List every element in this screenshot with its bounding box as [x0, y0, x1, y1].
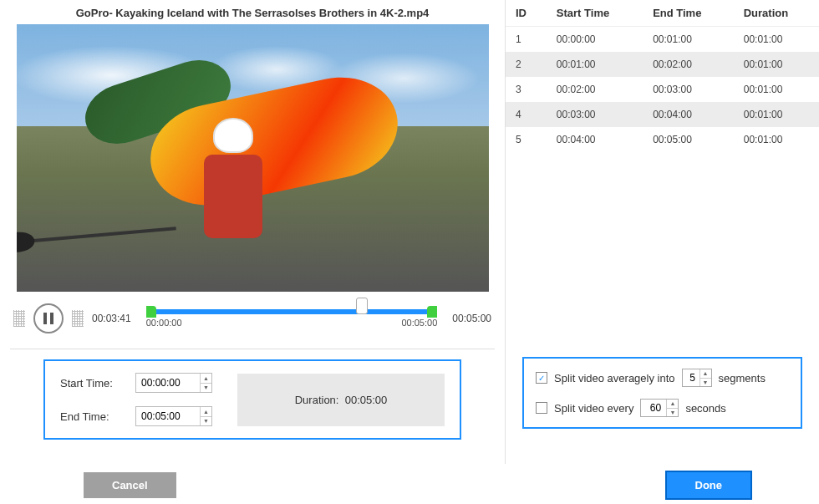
total-time: 00:05:00 — [452, 313, 491, 324]
split-every-prefix: Split video every — [554, 402, 633, 415]
playhead-thumb[interactable] — [356, 298, 368, 314]
done-button[interactable]: Done — [665, 471, 753, 500]
range-end-marker[interactable] — [427, 306, 437, 318]
cancel-button[interactable]: Cancel — [84, 472, 176, 498]
table-row[interactable]: 500:04:0000:05:0000:01:00 — [506, 127, 819, 152]
play-pause-button[interactable] — [33, 303, 64, 333]
table-row[interactable]: 300:02:0000:03:0000:01:00 — [506, 77, 819, 102]
split-every-checkbox[interactable] — [536, 402, 547, 414]
divider — [10, 349, 495, 349]
split-every-suffix: seconds — [685, 402, 725, 415]
range-start-marker[interactable] — [146, 306, 156, 318]
split-options-box: ✓ Split video averagely into ▲▼ segments… — [522, 357, 802, 429]
table-row[interactable]: 200:01:0000:02:0000:01:00 — [506, 52, 819, 77]
end-time-label: End Time: — [60, 410, 127, 423]
end-time-stepper[interactable]: ▲▼ — [200, 407, 211, 425]
current-time: 00:03:41 — [92, 313, 131, 324]
col-duration[interactable]: Duration — [734, 0, 819, 27]
table-row[interactable]: 400:03:0000:04:0000:01:00 — [506, 102, 819, 127]
range-end-label: 00:05:00 — [401, 318, 437, 328]
pause-icon — [43, 313, 53, 324]
col-start[interactable]: Start Time — [547, 0, 643, 27]
start-time-label: Start Time: — [60, 377, 127, 389]
split-average-stepper[interactable]: ▲▼ — [699, 369, 711, 386]
time-range-box: Start Time: ▲▼ End Time: ▲▼ Duration: 00… — [43, 359, 461, 440]
video-preview[interactable] — [17, 24, 489, 292]
segments-table: ID Start Time End Time Duration 100:00:0… — [506, 0, 819, 152]
table-row[interactable]: 100:00:0000:01:0000:01:00 — [506, 27, 819, 53]
right-panel: ID Start Time End Time Duration 100:00:0… — [506, 0, 819, 464]
duration-display: Duration: 00:05:00 — [237, 374, 445, 426]
timeline[interactable]: 00:00:00 00:05:00 — [146, 309, 438, 328]
drag-grip-icon[interactable] — [13, 310, 25, 327]
drag-grip-icon[interactable] — [72, 310, 84, 327]
split-average-prefix: Split video averagely into — [554, 372, 675, 384]
left-panel: GoPro- Kayaking Iceland with The Serraso… — [0, 0, 506, 464]
video-title: GoPro- Kayaking Iceland with The Serraso… — [10, 7, 495, 19]
col-end[interactable]: End Time — [643, 0, 734, 27]
start-time-stepper[interactable]: ▲▼ — [200, 374, 211, 392]
split-every-stepper[interactable]: ▲▼ — [666, 400, 678, 416]
col-id[interactable]: ID — [506, 0, 547, 27]
footer: Cancel Done — [0, 464, 819, 504]
split-average-checkbox[interactable]: ✓ — [536, 372, 547, 384]
split-average-suffix: segments — [719, 372, 766, 384]
range-start-label: 00:00:00 — [146, 318, 182, 328]
playback-bar: 00:03:41 00:00:00 00:05:00 00:05:00 — [10, 303, 495, 333]
